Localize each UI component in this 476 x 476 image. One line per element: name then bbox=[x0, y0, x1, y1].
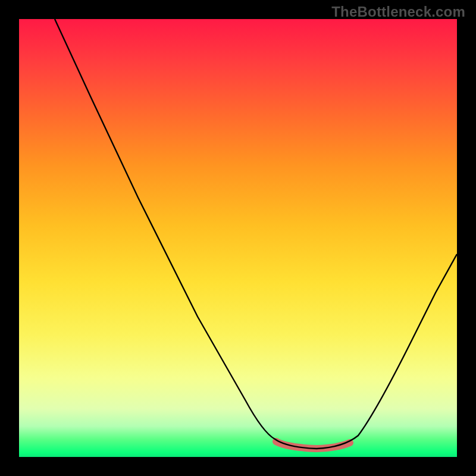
bottleneck-curve bbox=[55, 19, 457, 449]
chart-frame: TheBottleneck.com bbox=[0, 0, 476, 476]
plot-area bbox=[19, 19, 457, 457]
curve-svg bbox=[19, 19, 457, 457]
watermark-label: TheBottleneck.com bbox=[331, 4, 465, 20]
